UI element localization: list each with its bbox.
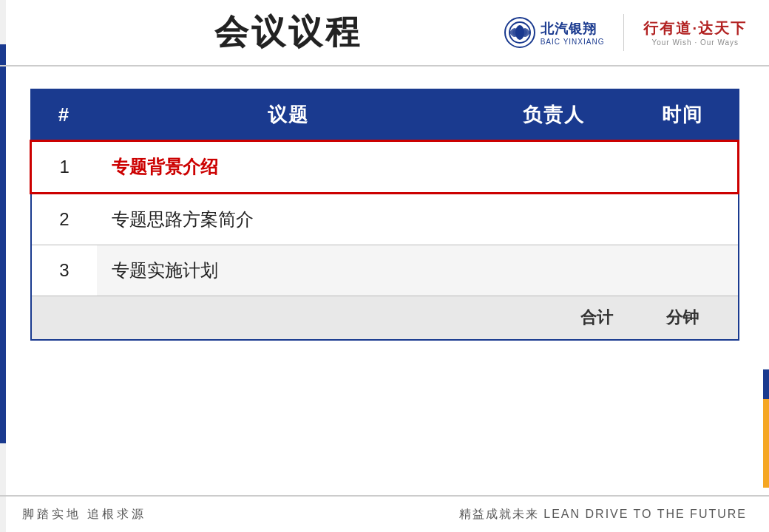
- table-footer-row: 合计 分钟: [31, 296, 739, 341]
- col-header-num: #: [31, 89, 98, 141]
- row2-topic: 专题思路方案简介: [97, 194, 480, 245]
- row3-time: [628, 245, 739, 296]
- row3-num: 3: [31, 245, 98, 296]
- slogan-english: Your Wish · Our Ways: [651, 38, 739, 47]
- footer-total-label: 合计: [480, 296, 627, 341]
- table-row: 1 专题背景介绍: [31, 141, 739, 194]
- footer-total-value: 分钟: [628, 296, 739, 341]
- table-header-row: # 议题 负责人 时间: [31, 89, 739, 141]
- baic-logo-text: 北汽银翔 BAIC YINXIANG: [541, 20, 605, 46]
- footer: 脚踏实地 追根求源 精益成就未来 LEAN DRIVE TO THE FUTUR…: [0, 495, 769, 532]
- col-header-owner: 负责人: [480, 89, 627, 141]
- col-header-topic: 议题: [97, 89, 480, 141]
- right-accent-blue-bar: [763, 369, 769, 399]
- main-content: # 议题 负责人 时间 1 专题背景介绍 2 专题思路方案简介: [22, 74, 747, 488]
- left-accent-blue-bar: [0, 44, 6, 443]
- footer-right-text: 精益成就未来 LEAN DRIVE TO THE FUTURE: [459, 507, 747, 522]
- row2-num: 2: [31, 194, 98, 245]
- baic-cn-name: 北汽银翔: [541, 20, 597, 38]
- baic-logo: 北汽银翔 BAIC YINXIANG: [504, 16, 605, 49]
- row2-owner: [480, 194, 627, 245]
- row2-time: [628, 194, 739, 245]
- footer-empty: [31, 296, 481, 341]
- footer-left-text: 脚踏实地 追根求源: [22, 507, 146, 522]
- agenda-table: # 议题 负责人 时间 1 专题背景介绍 2 专题思路方案简介: [30, 89, 739, 341]
- table-row: 2 专题思路方案简介: [31, 194, 739, 245]
- header-logos: 北汽银翔 BAIC YINXIANG 行有道·达天下 Your Wish · O…: [504, 14, 747, 51]
- row1-topic: 专题背景介绍: [97, 141, 480, 194]
- row1-num: 1: [31, 141, 98, 194]
- slogan-chinese: 行有道·达天下: [643, 18, 747, 38]
- logo-divider: [623, 14, 624, 51]
- row3-owner: [480, 245, 627, 296]
- page-title: 会议议程: [74, 10, 504, 55]
- table-row: 3 专题实施计划: [31, 245, 739, 296]
- row1-time: [628, 141, 739, 194]
- company-slogan: 行有道·达天下 Your Wish · Our Ways: [643, 18, 747, 47]
- row1-owner: [480, 141, 627, 194]
- right-accent-orange-bar: [763, 399, 769, 488]
- baic-en-name: BAIC YINXIANG: [541, 38, 605, 46]
- baic-logo-icon: [504, 16, 536, 49]
- col-header-time: 时间: [628, 89, 739, 141]
- row3-topic: 专题实施计划: [97, 245, 480, 296]
- header: 会议议程 北汽银翔 BAIC YINXIANG 行有道·达天下 Your Wis…: [0, 0, 769, 66]
